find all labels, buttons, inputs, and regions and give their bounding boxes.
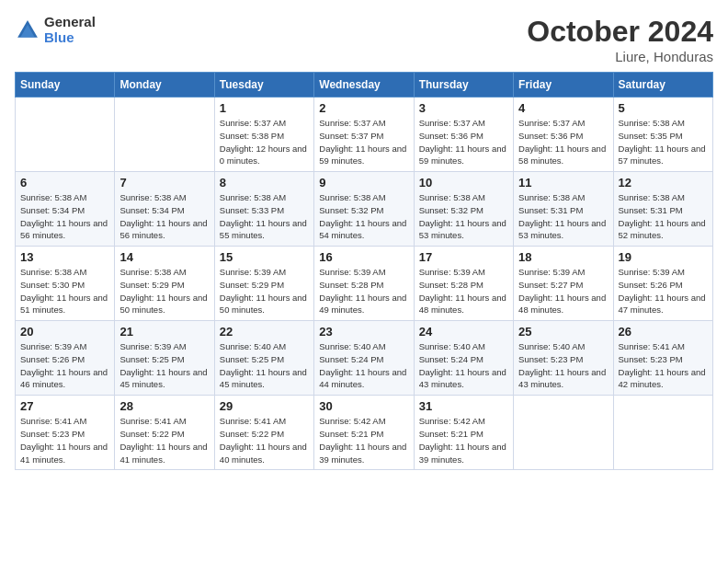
day-cell: 26Sunrise: 5:41 AM Sunset: 5:23 PM Dayli… <box>613 321 712 396</box>
day-cell: 12Sunrise: 5:38 AM Sunset: 5:31 PM Dayli… <box>613 172 712 247</box>
day-cell: 27Sunrise: 5:41 AM Sunset: 5:23 PM Dayli… <box>16 396 115 470</box>
day-info: Sunrise: 5:38 AM Sunset: 5:32 PM Dayligh… <box>319 191 408 242</box>
logo-blue: Blue <box>44 30 96 46</box>
day-cell: 2Sunrise: 5:37 AM Sunset: 5:37 PM Daylig… <box>314 98 414 172</box>
day-number: 14 <box>119 250 209 264</box>
day-cell: 10Sunrise: 5:38 AM Sunset: 5:32 PM Dayli… <box>414 172 513 247</box>
day-info: Sunrise: 5:38 AM Sunset: 5:32 PM Dayligh… <box>419 191 508 242</box>
day-info: Sunrise: 5:40 AM Sunset: 5:23 PM Dayligh… <box>518 340 608 391</box>
day-number: 20 <box>20 325 109 339</box>
day-cell: 1Sunrise: 5:37 AM Sunset: 5:38 PM Daylig… <box>214 98 313 172</box>
day-number: 5 <box>619 101 708 115</box>
day-info: Sunrise: 5:39 AM Sunset: 5:29 PM Dayligh… <box>220 266 309 316</box>
day-cell: 16Sunrise: 5:39 AM Sunset: 5:28 PM Dayli… <box>314 247 414 321</box>
day-number: 26 <box>619 325 708 339</box>
calendar-header: SundayMondayTuesdayWednesdayThursdayFrid… <box>16 73 713 98</box>
day-number: 19 <box>619 250 708 264</box>
day-info: Sunrise: 5:39 AM Sunset: 5:25 PM Dayligh… <box>119 340 209 391</box>
day-number: 15 <box>220 250 309 264</box>
day-cell <box>613 396 712 470</box>
day-info: Sunrise: 5:38 AM Sunset: 5:31 PM Dayligh… <box>619 191 708 242</box>
week-row-2: 6Sunrise: 5:38 AM Sunset: 5:34 PM Daylig… <box>16 172 713 247</box>
day-info: Sunrise: 5:42 AM Sunset: 5:21 PM Dayligh… <box>419 415 508 465</box>
day-number: 16 <box>319 250 408 264</box>
day-number: 12 <box>619 176 708 190</box>
day-info: Sunrise: 5:39 AM Sunset: 5:27 PM Dayligh… <box>518 266 608 316</box>
day-cell: 22Sunrise: 5:40 AM Sunset: 5:25 PM Dayli… <box>214 321 313 396</box>
day-cell: 31Sunrise: 5:42 AM Sunset: 5:21 PM Dayli… <box>414 396 513 470</box>
day-info: Sunrise: 5:42 AM Sunset: 5:21 PM Dayligh… <box>319 415 408 465</box>
day-cell: 9Sunrise: 5:38 AM Sunset: 5:32 PM Daylig… <box>314 172 414 247</box>
week-row-3: 13Sunrise: 5:38 AM Sunset: 5:30 PM Dayli… <box>16 247 713 321</box>
day-number: 23 <box>319 325 408 339</box>
day-info: Sunrise: 5:39 AM Sunset: 5:28 PM Dayligh… <box>319 266 408 316</box>
day-info: Sunrise: 5:38 AM Sunset: 5:34 PM Dayligh… <box>20 191 109 242</box>
day-number: 21 <box>119 325 209 339</box>
day-info: Sunrise: 5:38 AM Sunset: 5:30 PM Dayligh… <box>20 266 109 316</box>
day-info: Sunrise: 5:37 AM Sunset: 5:38 PM Dayligh… <box>220 117 309 167</box>
day-number: 24 <box>419 325 508 339</box>
day-number: 2 <box>319 101 408 115</box>
header-friday: Friday <box>514 73 613 98</box>
week-row-1: 1Sunrise: 5:37 AM Sunset: 5:38 PM Daylig… <box>16 98 713 172</box>
month-title: October 2024 <box>527 15 713 49</box>
day-number: 13 <box>20 250 109 264</box>
week-row-5: 27Sunrise: 5:41 AM Sunset: 5:23 PM Dayli… <box>16 396 713 470</box>
day-cell: 8Sunrise: 5:38 AM Sunset: 5:33 PM Daylig… <box>214 172 313 247</box>
day-cell: 15Sunrise: 5:39 AM Sunset: 5:29 PM Dayli… <box>214 247 313 321</box>
day-cell: 21Sunrise: 5:39 AM Sunset: 5:25 PM Dayli… <box>115 321 214 396</box>
day-number: 30 <box>319 399 408 413</box>
day-cell: 30Sunrise: 5:42 AM Sunset: 5:21 PM Dayli… <box>314 396 414 470</box>
day-info: Sunrise: 5:40 AM Sunset: 5:24 PM Dayligh… <box>419 340 508 391</box>
day-cell: 5Sunrise: 5:38 AM Sunset: 5:35 PM Daylig… <box>613 98 712 172</box>
day-number: 28 <box>119 399 209 413</box>
day-number: 6 <box>20 176 109 190</box>
header-wednesday: Wednesday <box>314 73 414 98</box>
day-number: 3 <box>419 101 508 115</box>
day-cell <box>514 396 613 470</box>
title-block: October 2024 Liure, Honduras <box>527 15 713 64</box>
logo-text: General Blue <box>44 15 96 45</box>
day-number: 1 <box>220 101 309 115</box>
header-thursday: Thursday <box>414 73 513 98</box>
day-info: Sunrise: 5:39 AM Sunset: 5:28 PM Dayligh… <box>419 266 508 316</box>
day-cell <box>115 98 214 172</box>
day-number: 4 <box>518 101 608 115</box>
day-cell: 29Sunrise: 5:41 AM Sunset: 5:22 PM Dayli… <box>214 396 313 470</box>
calendar-table: SundayMondayTuesdayWednesdayThursdayFrid… <box>15 72 713 470</box>
day-cell: 19Sunrise: 5:39 AM Sunset: 5:26 PM Dayli… <box>613 247 712 321</box>
day-info: Sunrise: 5:38 AM Sunset: 5:31 PM Dayligh… <box>518 191 608 242</box>
day-info: Sunrise: 5:41 AM Sunset: 5:22 PM Dayligh… <box>220 415 309 465</box>
day-info: Sunrise: 5:38 AM Sunset: 5:34 PM Dayligh… <box>119 191 209 242</box>
day-cell: 6Sunrise: 5:38 AM Sunset: 5:34 PM Daylig… <box>16 172 115 247</box>
header-tuesday: Tuesday <box>214 73 313 98</box>
location: Liure, Honduras <box>527 49 713 64</box>
calendar-body: 1Sunrise: 5:37 AM Sunset: 5:38 PM Daylig… <box>16 98 713 470</box>
day-info: Sunrise: 5:38 AM Sunset: 5:33 PM Dayligh… <box>220 191 309 242</box>
day-cell: 13Sunrise: 5:38 AM Sunset: 5:30 PM Dayli… <box>16 247 115 321</box>
day-cell: 20Sunrise: 5:39 AM Sunset: 5:26 PM Dayli… <box>16 321 115 396</box>
day-info: Sunrise: 5:37 AM Sunset: 5:36 PM Dayligh… <box>419 117 508 167</box>
day-cell <box>16 98 115 172</box>
day-number: 7 <box>119 176 209 190</box>
day-info: Sunrise: 5:39 AM Sunset: 5:26 PM Dayligh… <box>619 266 708 316</box>
day-cell: 18Sunrise: 5:39 AM Sunset: 5:27 PM Dayli… <box>514 247 613 321</box>
logo-icon <box>15 17 40 43</box>
day-number: 25 <box>518 325 608 339</box>
day-info: Sunrise: 5:41 AM Sunset: 5:23 PM Dayligh… <box>20 415 109 465</box>
day-info: Sunrise: 5:38 AM Sunset: 5:35 PM Dayligh… <box>619 117 708 167</box>
day-info: Sunrise: 5:41 AM Sunset: 5:23 PM Dayligh… <box>619 340 708 391</box>
day-info: Sunrise: 5:39 AM Sunset: 5:26 PM Dayligh… <box>20 340 109 391</box>
day-info: Sunrise: 5:40 AM Sunset: 5:24 PM Dayligh… <box>319 340 408 391</box>
logo: General Blue <box>15 15 96 45</box>
day-cell: 24Sunrise: 5:40 AM Sunset: 5:24 PM Dayli… <box>414 321 513 396</box>
day-number: 31 <box>419 399 508 413</box>
week-row-4: 20Sunrise: 5:39 AM Sunset: 5:26 PM Dayli… <box>16 321 713 396</box>
header-row: SundayMondayTuesdayWednesdayThursdayFrid… <box>16 73 713 98</box>
day-info: Sunrise: 5:37 AM Sunset: 5:36 PM Dayligh… <box>518 117 608 167</box>
day-number: 9 <box>319 176 408 190</box>
page-header: General Blue October 2024 Liure, Hondura… <box>15 15 713 64</box>
day-number: 10 <box>419 176 508 190</box>
day-info: Sunrise: 5:38 AM Sunset: 5:29 PM Dayligh… <box>119 266 209 316</box>
day-info: Sunrise: 5:41 AM Sunset: 5:22 PM Dayligh… <box>119 415 209 465</box>
